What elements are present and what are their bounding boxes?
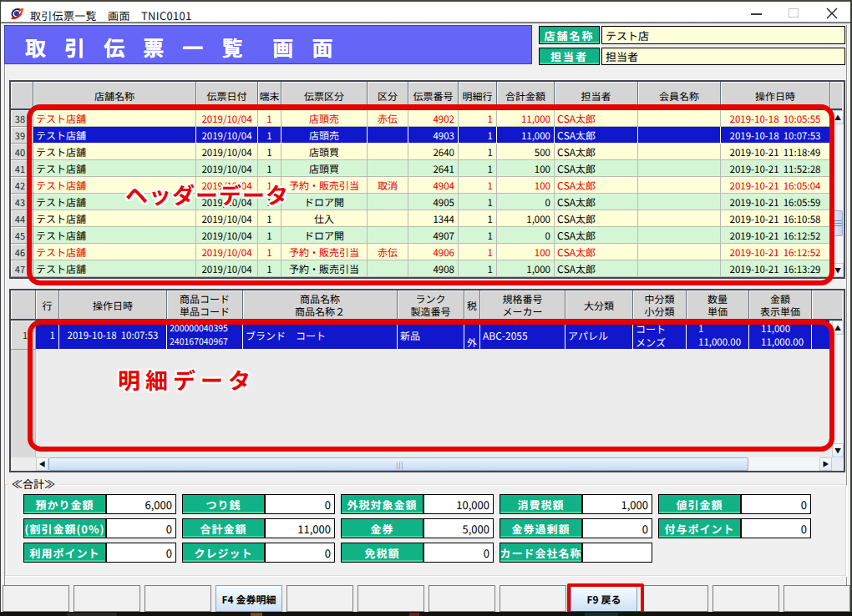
fkey-button-1[interactable] [3, 585, 69, 612]
titlebar-separator [0, 22, 852, 23]
detail-table-corner-cell [11, 290, 36, 321]
scroll-left-button[interactable]: ◀ [36, 457, 48, 471]
detail-table-header-pad [812, 290, 842, 321]
total-label-0-2: 外税対象金額 [341, 494, 423, 514]
detail-table-column-row: 行操作日時商品コード 単品コード商品名称 商品名称２ランク 製造番号税規格番号 … [11, 290, 844, 321]
total-label-0-4: 値引金額 [658, 494, 741, 514]
detail-table-hscrollbar[interactable]: ◀▶||| [36, 457, 832, 471]
close-button[interactable] [826, 8, 838, 19]
total-value-0-2[interactable]: 10,000 [423, 494, 494, 514]
minimize-button[interactable] [751, 13, 762, 15]
detail-table-column-10: 金額 表示単価 [749, 290, 812, 321]
total-value-1-3[interactable]: 0 [582, 518, 652, 538]
fkey-button-10[interactable] [642, 585, 708, 612]
total-value-1-0[interactable]: 0 [106, 518, 176, 538]
total-label-0-0: 預かり金額 [23, 494, 106, 514]
total-label-2-1: クレジット [182, 543, 265, 563]
fkey-button-4[interactable]: F4 金券明細 [216, 585, 282, 612]
scroll-down-button[interactable]: ▼ [832, 443, 844, 457]
client-groove-right [846, 25, 848, 612]
fkey-button-12[interactable] [784, 585, 850, 612]
detail-table-column-0: 行 [36, 290, 59, 321]
total-value-1-2[interactable]: 5,000 [423, 518, 494, 538]
detail-table-column-4: ランク 製造番号 [398, 290, 464, 321]
detail-table-column-7: 大分類 [565, 290, 633, 321]
scroll-right-button[interactable]: ▶ [819, 457, 832, 471]
screen-title-banner: 取 引 伝 票 一 覧 画 面 [4, 25, 532, 64]
taskbar-strip [0, 612, 852, 616]
detail-data-annotation-label: 明細データ [118, 363, 256, 396]
thumb-grip-icon: ||| [396, 462, 403, 468]
total-value-0-1[interactable]: 0 [265, 494, 335, 514]
total-label-2-3: カード会社名称 [500, 543, 582, 563]
fkey-button-8[interactable] [500, 585, 566, 612]
header-table-corner-cell [11, 82, 33, 110]
thumb-grip-icon [834, 220, 842, 228]
total-label-2-0: 利用ポイント [23, 543, 106, 563]
total-value-2-3[interactable] [582, 543, 652, 563]
header-data-annotation-label: ヘッダーデータ [125, 178, 289, 210]
app-logo-icon [10, 7, 24, 21]
header-table-header-pad [830, 82, 842, 110]
total-label-1-4: 付与ポイント [658, 518, 741, 538]
back-button-annotation-rect [567, 583, 644, 614]
total-label-2-2: 免税額 [341, 543, 423, 563]
fkey-button-7[interactable] [429, 585, 495, 612]
store-name-label: 店舗名称 [539, 26, 600, 44]
total-value-0-0[interactable]: 6,000 [106, 494, 176, 514]
detail-table-column-8: 中分類 小分類 [633, 290, 687, 321]
scrollbar-corner [832, 457, 844, 471]
scroll-thumb[interactable]: ||| [48, 457, 748, 471]
detail-table-column-2: 商品コード 単品コード [167, 290, 243, 321]
total-value-2-0[interactable]: 0 [106, 543, 176, 563]
detail-table-column-1: 操作日時 [59, 290, 167, 321]
total-value-0-3[interactable]: 1,000 [582, 494, 652, 514]
detail-table-column-5: 税 [464, 290, 480, 321]
fkey-button-11[interactable] [713, 585, 779, 612]
total-label-1-0: (割引金額(0%) [23, 518, 106, 538]
detail-table-column-9: 数量 単価 [687, 290, 749, 321]
fkey-button-5[interactable] [287, 585, 353, 612]
staff-field[interactable]: 担当者 [601, 48, 845, 65]
total-value-0-4[interactable]: 0 [741, 494, 811, 514]
total-label-1-1: 合計金額 [182, 518, 265, 538]
total-value-1-1[interactable]: 11,000 [265, 518, 335, 538]
staff-label: 担当者 [539, 48, 600, 65]
total-value-1-4[interactable]: 0 [741, 518, 811, 538]
close-icon [827, 8, 837, 18]
total-label-0-1: つり銭 [182, 494, 265, 514]
maximize-button[interactable] [789, 8, 799, 18]
total-label-1-2: 金券 [341, 518, 423, 538]
total-value-2-1[interactable]: 0 [265, 543, 335, 563]
titlebar: 取引伝票一覧 画面 TNIC0101 [0, 2, 852, 22]
detail-table-column-3: 商品名称 商品名称２ [243, 290, 398, 321]
window-left-edge [0, 2, 1, 612]
screen-title: 取 引 伝 票 一 覧 画 面 [5, 28, 340, 62]
fkey-button-6[interactable] [358, 585, 424, 612]
total-label-0-3: 消費税額 [500, 494, 582, 514]
totals-section-label: ≪合計≫ [9, 476, 58, 492]
store-name-field[interactable]: テスト店 [601, 26, 845, 44]
total-label-1-3: 金券過剰額 [500, 518, 582, 538]
detail-table-column-6: 規格番号 メーカー [480, 290, 565, 321]
total-value-2-2[interactable]: 0 [423, 543, 494, 563]
fkey-button-3[interactable] [145, 585, 211, 612]
fkey-button-2[interactable] [74, 585, 140, 612]
application-window: { "colors": { "accent_blue": "#6565f8", … [0, 0, 852, 616]
